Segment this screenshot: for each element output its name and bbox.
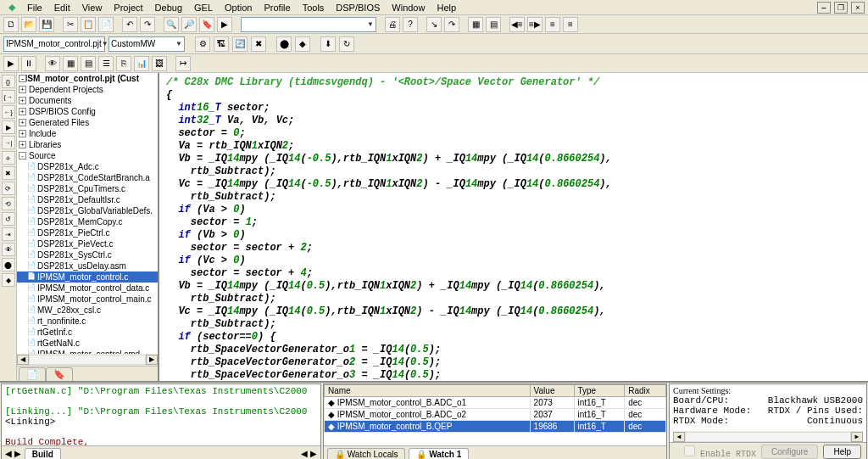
tree-file[interactable]: DSP281x_DefaultIsr.c	[17, 194, 158, 205]
tree-file[interactable]: DSP281x_PieVect.c	[17, 238, 158, 249]
menu-option[interactable]: Option	[220, 2, 257, 14]
watch-col-radix[interactable]: Radix	[625, 385, 666, 397]
rtdx-help-button[interactable]: Help	[823, 445, 861, 459]
halt-icon[interactable]: ⏸	[21, 56, 36, 71]
tree-root[interactable]: -MSM_motor_control.pjt (Cust	[17, 73, 158, 84]
watch-table[interactable]: Name Value Type Radix ◆ IPMSM_motor_cont…	[324, 384, 666, 445]
tree-folder[interactable]: +DSP/BIOS Config	[17, 106, 158, 117]
tree-tabs[interactable]: 📄 🔖	[17, 366, 158, 381]
indent-right-icon[interactable]: ≡▶	[527, 17, 542, 32]
tree-file[interactable]: rt_nonfinite.c	[17, 316, 158, 327]
reload-icon[interactable]: ↻	[339, 36, 354, 52]
rebuild-icon[interactable]: 🔄	[232, 36, 248, 52]
tree-file[interactable]: IPMSM_motor_control.cmd	[17, 349, 158, 354]
stop-build-icon[interactable]: ✖	[251, 36, 266, 52]
tree-file[interactable]: rtGetInf.c	[17, 327, 158, 338]
menu-help[interactable]: Help	[431, 2, 461, 14]
stack-icon[interactable]: ☰	[98, 56, 114, 71]
tree-file[interactable]: IPMSM_motor_control_data.c	[17, 283, 158, 294]
config-combo[interactable]: CustomMW▼	[108, 36, 185, 52]
tree-file[interactable]: IPMSM_motor_control.c	[17, 271, 158, 283]
output-body[interactable]: [rtGetNaN.c] "D:\Program Files\Texas Ins…	[2, 384, 320, 445]
watch-col-value[interactable]: Value	[530, 385, 574, 397]
tree-folder[interactable]: +Libraries	[17, 139, 158, 150]
output-tab-build[interactable]: Build	[25, 448, 61, 460]
memory-view-icon[interactable]: ▤	[81, 56, 96, 71]
menu-file[interactable]: File	[22, 2, 47, 14]
toggle-probe-icon[interactable]: ◆	[2, 273, 15, 287]
indent-icon[interactable]: ≡	[563, 17, 578, 32]
rtdx-enable-check[interactable]: Enable RTDX	[684, 445, 756, 459]
save-icon[interactable]: 💾	[39, 17, 54, 32]
output-tab-nav[interactable]: ◀ ▶	[5, 449, 21, 458]
menu-tools[interactable]: Tools	[298, 2, 330, 14]
tree-file[interactable]: DSP281x_Adc.c	[17, 161, 158, 172]
tree-folder[interactable]: -Source	[17, 150, 158, 161]
tree-file[interactable]: DSP281x_MemCopy.c	[17, 216, 158, 227]
tree-file[interactable]: DSP281x_CpuTimers.c	[17, 183, 158, 194]
tree-file[interactable]: DSP281x_SysCtrl.c	[17, 249, 158, 260]
tree-file[interactable]: rtGetNaN.c	[17, 338, 158, 349]
register-view-icon[interactable]: ▦	[63, 56, 78, 71]
tree-folder[interactable]: +Generated Files	[17, 117, 158, 128]
image-icon[interactable]: 🖼	[152, 56, 167, 71]
tree-file[interactable]: DSP281x_GlobalVariableDefs.	[17, 205, 158, 216]
reset-cpu-icon[interactable]: ↺	[2, 212, 15, 226]
copy-icon[interactable]: 📋	[81, 17, 96, 32]
step-over-side-icon[interactable]: {→	[2, 90, 15, 104]
watch-row[interactable]: ◆ IPMSM_motor_control_B.QEP19686int16_Td…	[325, 421, 666, 433]
find-next-icon[interactable]: 🔎	[181, 17, 197, 32]
menu-window[interactable]: Window	[387, 2, 430, 14]
menu-view[interactable]: View	[77, 2, 108, 14]
project-tree[interactable]: -MSM_motor_control.pjt (Cust +Dependent …	[17, 73, 158, 354]
disasm-icon[interactable]: ⎘	[116, 56, 131, 71]
watch-col-name[interactable]: Name	[325, 385, 531, 397]
restore-button[interactable]: ❐	[834, 2, 848, 14]
bookmark-next-icon[interactable]: ▶	[217, 17, 232, 32]
paste-icon[interactable]: 📄	[98, 17, 114, 32]
go-main-side-icon[interactable]: ⇥	[2, 227, 15, 241]
new-icon[interactable]: 🗋	[3, 17, 19, 32]
tree-file[interactable]: DSP281x_CodeStartBranch.a	[17, 172, 158, 183]
build-icon[interactable]: 🏗	[214, 36, 229, 52]
toggle-bp-icon[interactable]: ⬤	[2, 258, 15, 271]
load-icon[interactable]: ⬇	[320, 36, 336, 52]
run-side-icon[interactable]: ▶	[2, 120, 15, 134]
run-to-cursor-icon[interactable]: →|	[2, 136, 15, 149]
cut-icon[interactable]: ✂	[63, 17, 78, 32]
open-icon[interactable]: 📂	[21, 17, 36, 32]
tree-file[interactable]: DSP281x_usDelay.asm	[17, 260, 158, 271]
tree-folder[interactable]: +Dependent Projects	[17, 84, 158, 95]
tree-tab-book[interactable]: 🔖	[46, 367, 73, 381]
close-button[interactable]: ×	[851, 2, 865, 14]
compile-icon[interactable]: ⚙	[195, 36, 210, 52]
tree-file[interactable]: DSP281x_PieCtrl.c	[17, 227, 158, 238]
register-icon[interactable]: ▤	[486, 17, 501, 32]
code-editor[interactable]: /* C28x DMC Library (tidmcsvgendq) - '<R…	[159, 73, 868, 381]
probe-icon[interactable]: ◆	[295, 36, 310, 52]
watch-row[interactable]: ◆ IPMSM_motor_control_B.ADC_o22037int16_…	[325, 409, 666, 421]
step-over-icon[interactable]: ↷	[444, 17, 459, 32]
menu-debug[interactable]: Debug	[150, 2, 187, 14]
tree-folder[interactable]: +Documents	[17, 95, 158, 106]
watch-row[interactable]: ◆ IPMSM_motor_control_B.ADC_o12073int16_…	[325, 397, 666, 409]
breakpoint-icon[interactable]: ⬤	[276, 36, 292, 52]
graph-icon[interactable]: 📊	[134, 56, 149, 71]
halt-side-icon[interactable]: ✖	[2, 166, 15, 180]
indent-left-icon[interactable]: ◀≡	[509, 17, 525, 32]
menu-edit[interactable]: Edit	[49, 2, 75, 14]
print-icon[interactable]: 🖨	[385, 17, 400, 32]
watch-col-type[interactable]: Type	[574, 385, 625, 397]
watch-tab-locals[interactable]: 🔒 Watch Locals	[327, 448, 405, 460]
watch-icon[interactable]: 👁	[45, 56, 60, 71]
menu-gel[interactable]: GEL	[189, 2, 218, 14]
reset-icon[interactable]: ⟲	[2, 197, 15, 210]
search-combo[interactable]: ▼	[241, 17, 376, 32]
rtdx-hscroll[interactable]: ◀▶	[673, 431, 863, 442]
step-out-side-icon[interactable]: ←}	[2, 105, 15, 119]
go-main-icon[interactable]: ↦	[175, 56, 191, 71]
outdent-icon[interactable]: ≡	[545, 17, 560, 32]
menu-project[interactable]: Project	[108, 2, 147, 14]
redo-icon[interactable]: ↷	[140, 17, 155, 32]
help-icon[interactable]: ?	[403, 17, 418, 32]
